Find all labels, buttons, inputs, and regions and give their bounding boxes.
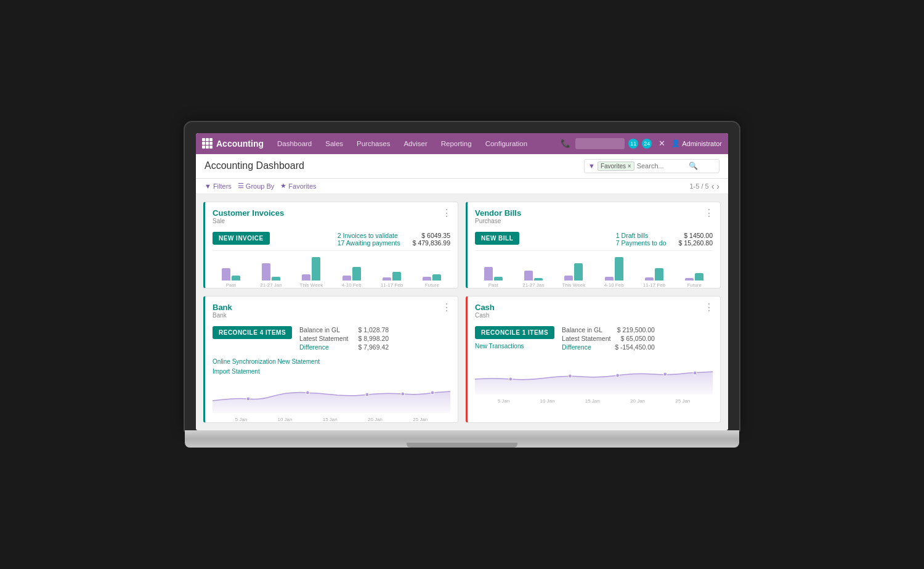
svg-point-9 <box>693 371 697 375</box>
svg-point-3 <box>401 392 405 396</box>
customer-invoices-subtitle: Sale <box>213 218 450 224</box>
svg-point-7 <box>616 374 620 377</box>
invoices-awaiting-link[interactable]: 17 Awaiting payments <box>338 239 400 247</box>
cash-header: Cash Cash <box>468 297 720 322</box>
bank-stats: Balance in GL $ 1,028.78 Latest Statemen… <box>299 326 389 352</box>
cash-chart-labels: 5 Jan 10 Jan 15 Jan 20 Jan 25 Jan <box>475 398 713 404</box>
customer-invoices-stats: 2 Invoices to validate $ 6049.35 17 Awai… <box>338 232 450 247</box>
bank-bal-gl-amount: $ 1,028.78 <box>358 326 389 334</box>
cash-diff-amount: $ -154,450.00 <box>615 343 655 351</box>
search-bar: ▼ Favorites × 🔍 <box>584 159 719 173</box>
topbar-nav: Dashboard Sales Purchases Adviser Report… <box>271 136 559 151</box>
filters-button[interactable]: ▼ Filters <box>205 182 232 190</box>
grid-icon <box>202 138 213 149</box>
nav-reporting[interactable]: Reporting <box>435 136 478 151</box>
search-icon[interactable]: 🔍 <box>689 162 698 170</box>
admin-icon: 👤 <box>671 139 680 147</box>
customer-invoices-title: Customer Invoices <box>213 208 450 218</box>
cash-body: RECONCILE 1 ITEMS New Transactions Balan… <box>468 322 720 356</box>
bank-sync-link1[interactable]: Online Synchronization New Statement <box>213 357 450 367</box>
draft-bills-link[interactable]: 1 Draft bills <box>616 232 649 239</box>
reconcile-cash-button[interactable]: RECONCILE 1 ITEMS <box>475 326 554 339</box>
nav-sales[interactable]: Sales <box>319 136 349 151</box>
laptop-wrapper: Accounting Dashboard Sales Purchases Adv… <box>185 122 739 448</box>
bank-menu[interactable]: ⋮ <box>442 301 452 313</box>
groupby-icon: ☰ <box>238 182 244 190</box>
cash-menu[interactable]: ⋮ <box>704 301 714 313</box>
cash-latest-amount: $ 65,050.00 <box>620 335 654 342</box>
bank-card: Bank Bank ⋮ RECONCILE 4 ITEMS Balance in… <box>203 296 458 423</box>
invoices-validate-link[interactable]: 2 Invoices to validate <box>338 232 398 239</box>
bank-title: Bank <box>213 303 450 312</box>
nav-adviser[interactable]: Adviser <box>397 136 433 151</box>
customer-invoices-chart: Past 21-27 Jan This Week 4-10 Feb 11-17 … <box>205 251 458 288</box>
phone-icon: 📞 <box>559 139 572 148</box>
groupby-button[interactable]: ☰ Group By <box>238 182 274 190</box>
admin-label: 👤 Administrator <box>671 139 722 147</box>
customer-invoices-body: NEW INVOICE 2 Invoices to validate $ 604… <box>205 228 458 250</box>
bank-diff-label[interactable]: Difference <box>299 343 329 351</box>
status-input[interactable] <box>575 138 625 149</box>
cash-stats: Balance in GL $ 219,500.00 Latest Statem… <box>562 326 655 352</box>
pagination-prev[interactable]: ‹ <box>711 182 715 190</box>
new-bill-button[interactable]: NEW BILL <box>475 232 519 245</box>
topbar: Accounting Dashboard Sales Purchases Adv… <box>196 133 728 154</box>
vendor-bills-title: Vendor Bills <box>475 208 713 218</box>
bank-body: RECONCILE 4 ITEMS Balance in GL $ 1,028.… <box>205 322 458 356</box>
svg-point-2 <box>365 393 369 396</box>
vendor-bills-subtitle: Purchase <box>475 218 713 224</box>
cash-chart: 5 Jan 10 Jan 15 Jan 20 Jan 25 Jan <box>468 361 720 404</box>
nav-configuration[interactable]: Configuration <box>479 136 533 151</box>
pagination: 1-5 / 5 ‹ › <box>689 182 719 190</box>
bank-header: Bank Bank <box>205 297 458 322</box>
svg-point-0 <box>246 397 250 401</box>
page-title: Accounting Dashboard <box>205 160 304 171</box>
cash-diff-label[interactable]: Difference <box>562 343 591 351</box>
svg-point-5 <box>509 377 513 381</box>
cash-subtitle: Cash <box>475 312 713 319</box>
svg-point-6 <box>569 374 572 378</box>
new-invoice-button[interactable]: NEW INVOICE <box>213 232 270 245</box>
badge-24: 24 <box>642 139 652 149</box>
invoices-validate-amount: $ 6049.35 <box>421 232 450 239</box>
topbar-right: 📞 11 24 ✕ 👤 Administrator <box>559 138 722 149</box>
payments-todo-link[interactable]: 7 Payments to do <box>616 239 667 247</box>
customer-invoices-card: Customer Invoices Sale ⋮ NEW INVOICE 2 I… <box>203 202 458 289</box>
bank-chart: 5 Jan 10 Jan 15 Jan 20 Jan 25 Jan <box>205 379 458 422</box>
new-transactions-link[interactable]: New Transactions <box>475 342 554 351</box>
page-header: Accounting Dashboard ▼ Favorites × 🔍 <box>196 154 728 179</box>
filter-icon: ▼ <box>205 182 211 190</box>
pagination-next[interactable]: › <box>716 182 719 190</box>
bank-bal-gl-label: Balance in GL <box>299 326 340 334</box>
cash-card: Cash Cash ⋮ RECONCILE 1 ITEMS New Transa… <box>466 296 721 423</box>
vendor-bills-body: NEW BILL 1 Draft bills $ 1450.00 7 Payme… <box>468 228 720 250</box>
nav-dashboard[interactable]: Dashboard <box>271 136 318 151</box>
customer-invoices-menu[interactable]: ⋮ <box>442 207 452 219</box>
laptop-base <box>185 430 739 448</box>
cash-bal-gl-label: Balance in GL <box>562 326 602 334</box>
app-name: Accounting <box>216 139 264 149</box>
draft-bills-amount: $ 1450.00 <box>684 232 713 239</box>
vendor-bills-chart: Past 21-27 Jan This Week 4-10 Feb 11-17 … <box>468 251 720 288</box>
dashboard-grid: Customer Invoices Sale ⋮ NEW INVOICE 2 I… <box>196 194 728 430</box>
vendor-bills-menu[interactable]: ⋮ <box>704 207 714 219</box>
reconcile-bank-button[interactable]: RECONCILE 4 ITEMS <box>213 326 292 339</box>
svg-point-8 <box>663 372 667 376</box>
favorites-button[interactable]: ★ Favorites <box>280 182 316 190</box>
cash-latest-label: Latest Statement <box>562 335 610 342</box>
invoices-awaiting-amount: $ 479,836.99 <box>413 239 450 247</box>
vendor-bills-stats: 1 Draft bills $ 1450.00 7 Payments to do… <box>616 232 713 247</box>
close-icon[interactable]: ✕ <box>655 139 668 148</box>
cash-title: Cash <box>475 303 713 312</box>
payments-todo-amount: $ 15,260.80 <box>679 239 713 247</box>
nav-purchases[interactable]: Purchases <box>351 136 396 151</box>
search-input[interactable] <box>637 162 686 170</box>
customer-invoices-header: Customer Invoices Sale <box>205 202 458 228</box>
bank-latest-label: Latest Statement <box>299 335 348 342</box>
bank-import-link[interactable]: Import Statement <box>213 367 450 377</box>
bank-chart-labels: 5 Jan 10 Jan 15 Jan 20 Jan 25 Jan <box>213 417 450 422</box>
search-tag[interactable]: Favorites × <box>598 162 634 171</box>
vendor-bills-card: Vendor Bills Purchase ⋮ NEW BILL 1 Draft… <box>466 202 721 289</box>
bank-latest-amount: $ 8,998.20 <box>358 335 389 342</box>
star-icon: ★ <box>280 182 286 190</box>
